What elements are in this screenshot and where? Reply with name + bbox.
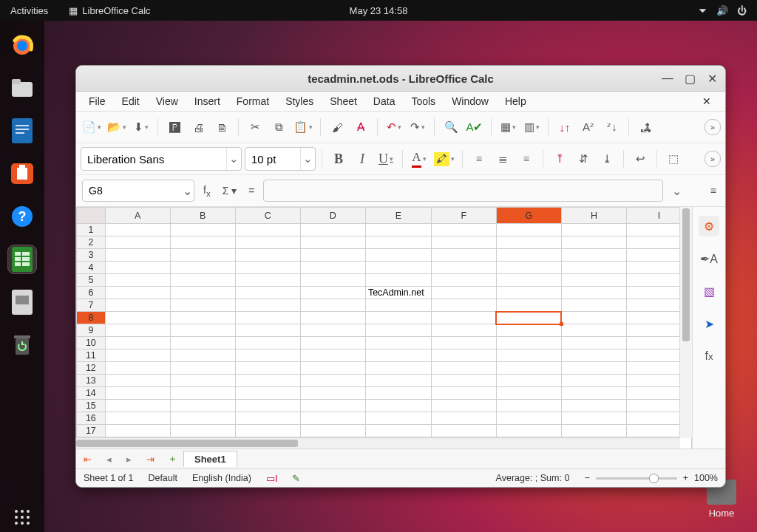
col-ops-button[interactable]: ▥▾	[521, 117, 542, 137]
cell-C8[interactable]	[235, 312, 300, 324]
font-color-button[interactable]: A▾	[409, 149, 430, 168]
dock-files[interactable]	[8, 74, 36, 102]
cell-B14[interactable]	[170, 387, 235, 400]
cell-C7[interactable]	[235, 299, 300, 312]
cell-D15[interactable]	[300, 400, 365, 412]
spellcheck-button[interactable]: A✔	[464, 117, 485, 137]
cell-F7[interactable]	[431, 299, 496, 312]
wrap-text-button[interactable]: ↩︎	[630, 149, 651, 168]
toolbar-overflow-icon[interactable]: »	[705, 119, 721, 135]
cell-F11[interactable]	[431, 349, 496, 362]
col-header-D[interactable]: D	[300, 208, 365, 224]
status-calc[interactable]: Average: ; Sum: 0	[496, 473, 570, 483]
col-header-C[interactable]: C	[235, 208, 300, 224]
zoom-slider[interactable]	[596, 477, 677, 480]
tab-nav-first[interactable]: ⇤	[76, 454, 99, 465]
equals-button[interactable]: =	[245, 185, 257, 197]
show-applications[interactable]	[13, 508, 31, 529]
cell-F5[interactable]	[431, 274, 496, 287]
font-size-combo[interactable]: ⌄	[245, 147, 316, 171]
cell-B7[interactable]	[170, 299, 235, 312]
align-center-button[interactable]: ≣	[492, 149, 513, 168]
status-style[interactable]: Default	[148, 473, 177, 483]
merge-cells-button[interactable]: ⬚	[663, 149, 684, 168]
align-left-button[interactable]: ≡	[469, 149, 489, 168]
cell-G17[interactable]	[496, 425, 561, 437]
menu-help[interactable]: Help	[497, 93, 534, 109]
cell-A13[interactable]	[105, 375, 170, 387]
sum-button[interactable]: Σ ▾	[220, 185, 240, 197]
dock-impress[interactable]	[8, 288, 36, 316]
cell-H17[interactable]	[561, 425, 626, 437]
row-header-6[interactable]: 6	[77, 287, 106, 299]
maximize-button[interactable]: ▢	[681, 69, 699, 87]
row-header-10[interactable]: 10	[77, 337, 106, 349]
row-header-9[interactable]: 9	[77, 324, 106, 337]
name-box[interactable]: ⌄	[82, 180, 194, 202]
cell-B8[interactable]	[170, 312, 235, 324]
redo-button[interactable]: ↷▾	[407, 117, 428, 137]
cell-D1[interactable]	[300, 224, 365, 236]
cell-G14[interactable]	[496, 387, 561, 400]
row-ops-button[interactable]: ▦▾	[498, 117, 518, 137]
clear-formatting-button[interactable]: A̶	[350, 117, 371, 137]
col-header-E[interactable]: E	[365, 208, 431, 224]
paste-button[interactable]: 📋▾	[292, 117, 314, 137]
cell-A9[interactable]	[105, 324, 170, 337]
cell-G7[interactable]	[496, 299, 561, 312]
save-button[interactable]: ⬇▾	[131, 117, 152, 137]
cell-A12[interactable]	[105, 362, 170, 375]
cell-F10[interactable]	[431, 337, 496, 349]
cell-C10[interactable]	[235, 337, 300, 349]
cell-G13[interactable]	[496, 375, 561, 387]
menu-file[interactable]: File	[81, 93, 114, 109]
status-signature-icon[interactable]: ✎	[292, 473, 300, 484]
cell-B5[interactable]	[170, 274, 235, 287]
cell-B13[interactable]	[170, 375, 235, 387]
image-button[interactable]: 🏞	[635, 117, 656, 137]
sidebar-toggle-icon[interactable]: ≡	[707, 185, 719, 197]
cell-C2[interactable]	[235, 236, 300, 249]
highlight-color-button[interactable]: 🖍▾	[432, 149, 456, 168]
cell-G10[interactable]	[496, 337, 561, 349]
font-name-combo[interactable]: ⌄	[81, 147, 242, 171]
cell-D9[interactable]	[300, 324, 365, 337]
dock-trash[interactable]	[8, 331, 36, 359]
cell-D11[interactable]	[300, 349, 365, 362]
cell-A3[interactable]	[105, 249, 170, 262]
zoom-control[interactable]: − + 100%	[584, 473, 718, 483]
cell-A16[interactable]	[105, 412, 170, 425]
cell-C4[interactable]	[235, 262, 300, 274]
cell-B10[interactable]	[170, 337, 235, 349]
cell-E9[interactable]	[365, 324, 431, 337]
cell-B3[interactable]	[170, 249, 235, 262]
cell-G9[interactable]	[496, 324, 561, 337]
row-header-5[interactable]: 5	[77, 274, 106, 287]
cell-C14[interactable]	[235, 387, 300, 400]
align-right-button[interactable]: ≡	[516, 149, 537, 168]
find-button[interactable]: 🔍	[441, 117, 461, 137]
cell-A1[interactable]	[105, 224, 170, 236]
cell-D2[interactable]	[300, 236, 365, 249]
cell-D8[interactable]	[300, 312, 365, 324]
cell-H1[interactable]	[561, 224, 626, 236]
cell-G2[interactable]	[496, 236, 561, 249]
vertical-scrollbar[interactable]	[679, 207, 692, 438]
cell-G12[interactable]	[496, 362, 561, 375]
cell-C5[interactable]	[235, 274, 300, 287]
cell-G11[interactable]	[496, 349, 561, 362]
cell-E10[interactable]	[365, 337, 431, 349]
cell-D10[interactable]	[300, 337, 365, 349]
formula-expand-icon[interactable]: ⌄	[669, 184, 685, 198]
cell-D17[interactable]	[300, 425, 365, 437]
cell-H16[interactable]	[561, 412, 626, 425]
cell-D12[interactable]	[300, 362, 365, 375]
zoom-value[interactable]: 100%	[694, 473, 718, 483]
cell-E16[interactable]	[365, 412, 431, 425]
cell-B15[interactable]	[170, 400, 235, 412]
italic-button[interactable]: I	[352, 149, 373, 168]
row-header-2[interactable]: 2	[77, 236, 106, 249]
font-size-dropdown-icon[interactable]: ⌄	[300, 148, 315, 170]
cell-H3[interactable]	[561, 249, 626, 262]
cell-C17[interactable]	[235, 425, 300, 437]
